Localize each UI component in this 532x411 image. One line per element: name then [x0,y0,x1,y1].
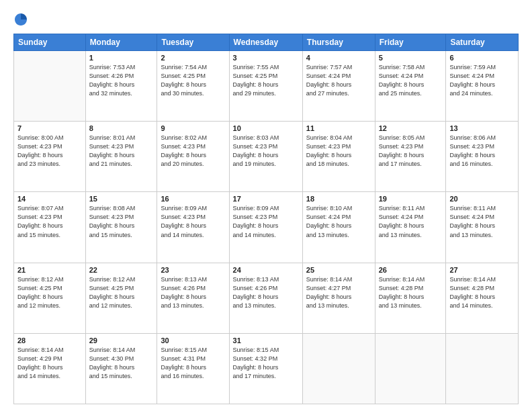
daylight-text: and 14 minutes. [17,373,60,379]
daylight-text: and 14 minutes. [449,302,492,309]
day-number: 28 [17,336,82,345]
daylight-text: and 32 minutes. [89,90,132,97]
day-info: Sunrise: 8:14 AMSunset: 4:29 PMDaylight:… [17,346,82,381]
calendar-header: SundayMondayTuesdayWednesdayThursdayFrid… [14,34,519,51]
daylight-text: Daylight: 8 hours [89,222,135,229]
sunset-text: Sunset: 4:23 PM [17,214,62,220]
day-number: 14 [17,195,82,203]
daylight-text: Daylight: 8 hours [379,222,425,229]
day-number: 8 [89,124,154,132]
calendar-cell: 25Sunrise: 8:14 AMSunset: 4:27 PMDayligh… [302,263,375,333]
day-number: 23 [161,266,225,274]
daylight-text: and 16 minutes. [449,161,492,167]
day-info: Sunrise: 8:04 AMSunset: 4:23 PMDaylight:… [306,134,371,169]
daylight-text: and 16 minutes. [161,373,204,379]
sunset-text: Sunset: 4:25 PM [89,285,134,291]
sunrise-text: Sunrise: 8:14 AM [449,276,496,283]
calendar-cell: 19Sunrise: 8:11 AMSunset: 4:24 PMDayligh… [375,192,446,263]
calendar-cell: 9Sunrise: 8:02 AMSunset: 4:23 PMDaylight… [157,122,229,192]
daylight-text: Daylight: 8 hours [379,81,425,88]
calendar-row: 21Sunrise: 8:12 AMSunset: 4:25 PMDayligh… [14,263,519,333]
sunrise-text: Sunrise: 8:06 AM [449,134,496,141]
sunset-text: Sunset: 4:23 PM [233,214,278,220]
day-number: 27 [449,266,515,274]
sunset-text: Sunset: 4:24 PM [449,214,494,220]
daylight-text: Daylight: 8 hours [449,293,495,300]
day-number: 13 [449,124,515,132]
header [13,12,519,27]
calendar-cell: 26Sunrise: 8:14 AMSunset: 4:28 PMDayligh… [375,263,446,333]
sunrise-text: Sunrise: 7:54 AM [161,64,207,71]
daylight-text: and 13 minutes. [449,232,492,238]
daylight-text: Daylight: 8 hours [233,81,279,88]
sunset-text: Sunset: 4:24 PM [306,73,351,79]
sunset-text: Sunset: 4:30 PM [89,355,134,362]
day-number: 3 [233,54,299,62]
daylight-text: and 24 minutes. [449,90,492,97]
calendar-cell: 21Sunrise: 8:12 AMSunset: 4:25 PMDayligh… [14,263,86,333]
day-info: Sunrise: 8:14 AMSunset: 4:27 PMDaylight:… [306,275,371,310]
calendar-cell: 17Sunrise: 8:09 AMSunset: 4:23 PMDayligh… [229,192,302,263]
day-number: 25 [306,266,371,274]
sunrise-text: Sunrise: 7:57 AM [306,64,353,71]
day-number: 24 [233,266,299,274]
sunrise-text: Sunrise: 8:09 AM [233,205,279,212]
calendar-cell: 16Sunrise: 8:09 AMSunset: 4:23 PMDayligh… [157,192,229,263]
day-info: Sunrise: 8:13 AMSunset: 4:26 PMDaylight:… [233,275,299,310]
sunrise-text: Sunrise: 7:53 AM [89,64,136,71]
sunrise-text: Sunrise: 8:14 AM [17,347,64,353]
day-info: Sunrise: 7:58 AMSunset: 4:24 PMDaylight:… [379,63,443,98]
sunrise-text: Sunrise: 8:10 AM [306,205,353,212]
day-info: Sunrise: 7:59 AMSunset: 4:24 PMDaylight:… [449,63,515,98]
day-number: 1 [89,54,154,62]
daylight-text: and 13 minutes. [161,302,204,309]
calendar-cell: 3Sunrise: 7:55 AMSunset: 4:25 PMDaylight… [229,51,302,122]
daylight-text: Daylight: 8 hours [17,222,63,229]
calendar-cell: 4Sunrise: 7:57 AMSunset: 4:24 PMDaylight… [302,51,375,122]
weekday-header: Sunday [14,34,86,51]
sunset-text: Sunset: 4:31 PM [161,355,206,362]
sunrise-text: Sunrise: 8:11 AM [449,205,496,212]
calendar-cell: 1Sunrise: 7:53 AMSunset: 4:26 PMDaylight… [85,51,157,122]
day-info: Sunrise: 8:07 AMSunset: 4:23 PMDaylight:… [17,204,82,239]
sunset-text: Sunset: 4:25 PM [233,73,278,79]
calendar-row: 14Sunrise: 8:07 AMSunset: 4:23 PMDayligh… [14,192,519,263]
day-number: 20 [449,195,515,203]
day-number: 2 [161,54,225,62]
daylight-text: Daylight: 8 hours [233,222,279,229]
sunrise-text: Sunrise: 8:14 AM [306,276,353,283]
daylight-text: Daylight: 8 hours [233,364,279,371]
calendar-cell: 5Sunrise: 7:58 AMSunset: 4:24 PMDaylight… [375,51,446,122]
sunset-text: Sunset: 4:24 PM [306,214,351,220]
day-info: Sunrise: 7:54 AMSunset: 4:25 PMDaylight:… [161,63,225,98]
daylight-text: Daylight: 8 hours [89,152,135,158]
day-number: 10 [233,124,299,132]
sunrise-text: Sunrise: 8:14 AM [379,276,425,283]
calendar-cell: 20Sunrise: 8:11 AMSunset: 4:24 PMDayligh… [446,192,519,263]
calendar-cell: 14Sunrise: 8:07 AMSunset: 4:23 PMDayligh… [14,192,86,263]
day-number: 22 [89,266,154,274]
calendar-cell: 18Sunrise: 8:10 AMSunset: 4:24 PMDayligh… [302,192,375,263]
calendar-cell [375,333,446,404]
day-info: Sunrise: 8:14 AMSunset: 4:28 PMDaylight:… [449,275,515,310]
day-number: 5 [379,54,443,62]
sunrise-text: Sunrise: 8:07 AM [17,205,64,212]
calendar-cell: 23Sunrise: 8:13 AMSunset: 4:26 PMDayligh… [157,263,229,333]
day-info: Sunrise: 8:05 AMSunset: 4:23 PMDaylight:… [379,134,443,169]
weekday-header: Thursday [302,34,375,51]
daylight-text: Daylight: 8 hours [89,81,135,88]
day-number: 11 [306,124,371,132]
day-number: 26 [379,266,443,274]
daylight-text: Daylight: 8 hours [161,364,206,371]
day-info: Sunrise: 7:57 AMSunset: 4:24 PMDaylight:… [306,63,371,98]
day-info: Sunrise: 8:02 AMSunset: 4:23 PMDaylight:… [161,134,225,169]
sunset-text: Sunset: 4:23 PM [161,143,206,150]
daylight-text: Daylight: 8 hours [161,152,206,158]
weekday-header: Saturday [446,34,519,51]
day-number: 21 [17,266,82,274]
calendar-row: 1Sunrise: 7:53 AMSunset: 4:26 PMDaylight… [14,51,519,122]
calendar-cell: 24Sunrise: 8:13 AMSunset: 4:26 PMDayligh… [229,263,302,333]
day-info: Sunrise: 8:14 AMSunset: 4:30 PMDaylight:… [89,346,154,381]
sunrise-text: Sunrise: 8:01 AM [89,134,136,141]
sunrise-text: Sunrise: 7:59 AM [449,64,496,71]
